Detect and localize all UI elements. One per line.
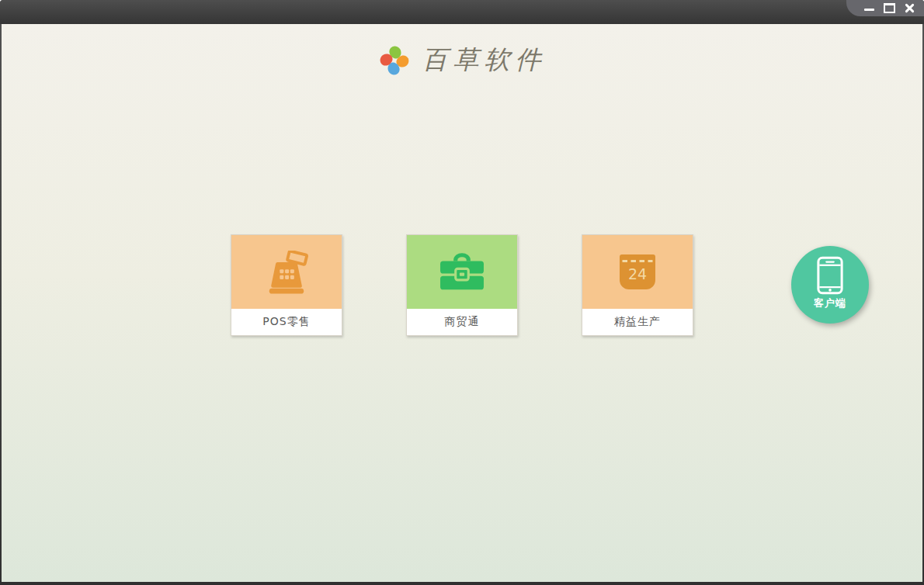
lean-tile: 24 (582, 235, 693, 309)
minimize-icon (864, 9, 874, 11)
product-label: 精益生产 (582, 309, 693, 335)
close-icon (905, 3, 915, 13)
product-label: 商贸通 (407, 309, 517, 335)
app-title: 百草软件 (422, 43, 547, 78)
close-button[interactable] (902, 2, 916, 16)
maximize-icon (884, 3, 895, 13)
pos-tile (231, 235, 342, 309)
window-controls (846, 0, 924, 16)
minimize-button[interactable] (862, 2, 876, 16)
product-card-lean[interactable]: 24 精益生产 (582, 234, 693, 336)
product-label: POS零售 (231, 309, 342, 335)
product-card-trade[interactable]: 商贸通 (406, 234, 518, 336)
calendar-day: 24 (628, 265, 647, 282)
titlebar[interactable] (0, 0, 924, 24)
client-button-label: 客户端 (814, 296, 846, 310)
maximize-button[interactable] (882, 2, 896, 16)
app-window: 百草软件 (0, 0, 924, 585)
briefcase-icon (439, 253, 485, 292)
main-content: 百草软件 (2, 24, 922, 582)
smartphone-icon (817, 256, 843, 295)
product-card-pos[interactable]: POS零售 (231, 234, 342, 336)
client-button[interactable]: 客户端 (791, 246, 869, 324)
pinwheel-logo-icon (378, 45, 411, 76)
cash-register-icon (262, 251, 311, 294)
calendar-icon: 24 (619, 254, 656, 291)
app-header: 百草软件 (2, 24, 922, 78)
trade-tile (407, 235, 517, 309)
